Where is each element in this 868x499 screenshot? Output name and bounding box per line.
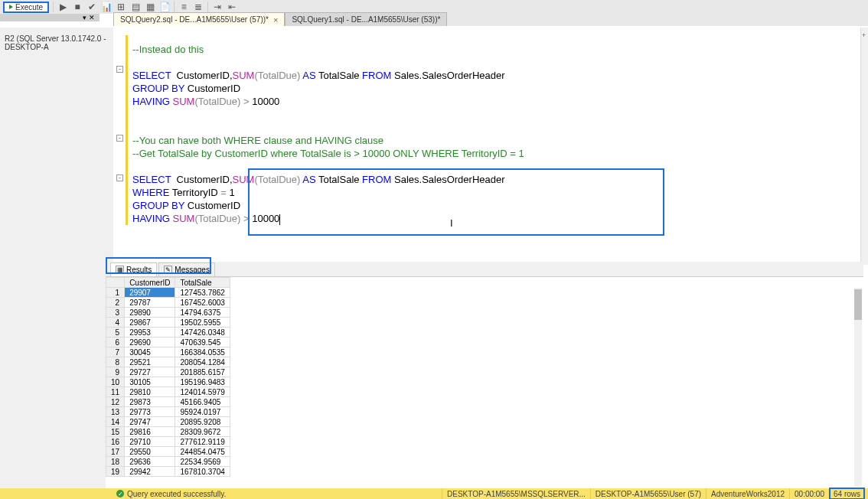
results-to-file-icon[interactable]: 📄 — [159, 2, 170, 12]
customerid-cell: 29747 — [125, 417, 175, 427]
customerid-cell: 29867 — [125, 318, 175, 328]
totalsale-cell: 195196.9483 — [175, 377, 230, 387]
txt: CustomerID, — [171, 70, 232, 81]
close-icon[interactable]: × — [273, 15, 278, 24]
fn: SUM — [173, 213, 195, 224]
totalsale-cell: 127453.7862 — [175, 288, 230, 298]
txt: TotalSale — [316, 174, 360, 185]
text-cursor — [279, 214, 280, 225]
table-row[interactable]: 142974720895.9208 — [106, 417, 230, 427]
debug-icon[interactable]: ▶ — [57, 2, 68, 12]
totalsale-cell: 167810.3704 — [175, 467, 230, 477]
totalsale-cell: 19502.5955 — [175, 318, 230, 328]
table-row[interactable]: 829521208054.1284 — [106, 357, 230, 367]
table-row[interactable]: 32989014794.6375 — [106, 308, 230, 318]
outdent-icon[interactable]: ⇤ — [227, 2, 237, 12]
customerid-cell: 29953 — [125, 328, 175, 338]
scroll-thumb[interactable] — [854, 289, 862, 320]
customerid-cell: 29521 — [125, 357, 175, 367]
ibeam-cursor-icon: I — [450, 217, 453, 230]
grid-scrollbar[interactable] — [854, 288, 862, 487]
options-icon[interactable]: ⊞ — [116, 2, 126, 12]
totalsale-cell: 20895.9208 — [175, 417, 230, 427]
table-row[interactable]: 1129810124014.5979 — [106, 387, 230, 397]
status-user: DESKTOP-A1M5655\User (57) — [590, 488, 706, 499]
totalsale-cell: 244854.0475 — [175, 447, 230, 457]
stop-icon[interactable]: ■ — [72, 2, 83, 12]
totalsale-cell: 95924.0197 — [175, 407, 230, 417]
kw: AS — [300, 174, 315, 185]
execute-button[interactable]: Execute — [3, 2, 49, 13]
col-totalsale[interactable]: TotalSale — [175, 278, 230, 288]
tab-sqlquery1[interactable]: SQLQuery1.sql - DE...A1M5655\User (53))* — [285, 12, 447, 26]
tab-messages-label: Messages — [175, 266, 210, 274]
separator — [174, 2, 175, 12]
table-row[interactable]: 1729550244854.0475 — [106, 447, 230, 457]
txt: (TotalDue) — [194, 213, 240, 224]
totalsale-cell: 470639.545 — [175, 338, 230, 347]
grid-icon: ▦ — [116, 266, 124, 274]
rownum-cell: 14 — [106, 417, 125, 427]
table-row[interactable]: 529953147426.0348 — [106, 328, 230, 338]
txt: (TotalDue) — [254, 70, 300, 81]
status-time: 00:00:00 — [789, 488, 829, 499]
parse-icon[interactable]: ✔ — [86, 2, 97, 12]
check-icon: ✓ — [116, 490, 124, 497]
totalsale-cell: 277612.9119 — [175, 437, 230, 447]
fold-icon[interactable]: - — [116, 66, 123, 73]
tab-results[interactable]: ▦ Results — [110, 263, 157, 276]
uncomment-icon[interactable]: ≣ — [193, 2, 204, 12]
tab-sqlquery2[interactable]: SQLQuery2.sql - DE...A1M5655\User (57))*… — [113, 12, 285, 26]
execute-label: Execute — [15, 3, 43, 11]
sql-editor[interactable]: - - - --Instead do this SELECT CustomerI… — [113, 28, 868, 265]
customerid-cell: 29550 — [125, 447, 175, 457]
rownum-cell: 15 — [106, 427, 125, 437]
table-row[interactable]: 229787167452.6003 — [106, 298, 230, 308]
customerid-cell: 30105 — [125, 377, 175, 387]
table-row[interactable]: 129907127453.7862 — [106, 288, 230, 298]
table-row[interactable]: 42986719502.5955 — [106, 318, 230, 328]
table-row[interactable]: 122987345166.9405 — [106, 397, 230, 407]
customerid-cell: 29816 — [125, 427, 175, 437]
table-row[interactable]: 132977395924.0197 — [106, 407, 230, 417]
txt: (TotalDue) — [194, 96, 240, 107]
fn: SUM — [173, 96, 195, 107]
tab-messages[interactable]: ✎ Messages — [158, 263, 215, 276]
indent-icon[interactable]: ⇥ — [212, 2, 223, 12]
kw: FROM — [360, 174, 392, 185]
object-explorer-header: ▾ ✕ — [0, 14, 100, 21]
table-row[interactable]: 730045166384.0535 — [106, 347, 230, 357]
kw: SELECT — [132, 174, 171, 185]
doc-tabstrip: SQLQuery2.sql - DE...A1M5655\User (57))*… — [113, 12, 868, 26]
server-node[interactable]: R2 (SQL Server 13.0.1742.0 - DESKTOP-A — [0, 34, 113, 52]
txt: 10000 — [252, 213, 279, 224]
op: = — [220, 187, 227, 198]
comment-icon[interactable]: ≡ — [178, 2, 189, 12]
rownum-cell: 19 — [106, 467, 125, 477]
estimated-plan-icon[interactable]: 📊 — [101, 2, 112, 12]
totalsale-cell: 166384.0535 — [175, 347, 230, 357]
table-row[interactable]: 152981628309.9672 — [106, 427, 230, 437]
col-customerid[interactable]: CustomerID — [125, 278, 175, 288]
table-row[interactable]: 929727201885.6157 — [106, 367, 230, 377]
fold-icon[interactable]: - — [116, 135, 123, 142]
status-server: DESKTOP-A1M5655\MSSQLSERVER... — [442, 488, 590, 499]
totalsale-cell: 124014.5979 — [175, 387, 230, 397]
tab-results-label: Results — [126, 266, 152, 274]
object-explorer[interactable]: R2 (SQL Server 13.0.1742.0 - DESKTOP-A — [0, 28, 113, 488]
table-row[interactable]: 629690470639.545 — [106, 338, 230, 347]
results-grid[interactable]: CustomerID TotalSale 129907127453.786222… — [106, 277, 863, 488]
kw: FROM — [360, 70, 392, 81]
pin-icon[interactable]: ▾ ✕ — [83, 14, 95, 21]
rownum-cell: 3 — [106, 308, 125, 318]
fold-icon[interactable]: - — [116, 174, 123, 181]
txt: Sales.SalesOrderHeader — [391, 174, 504, 185]
results-to-text-icon[interactable]: ▤ — [130, 2, 141, 12]
table-row[interactable]: 1929942167810.3704 — [106, 467, 230, 477]
rownum-cell: 13 — [106, 407, 125, 417]
table-row[interactable]: 1030105195196.9483 — [106, 377, 230, 387]
results-to-grid-icon[interactable]: ▦ — [145, 2, 155, 12]
table-row[interactable]: 182963622534.9569 — [106, 457, 230, 467]
vertical-scrollbar[interactable] — [860, 28, 868, 265]
table-row[interactable]: 1629710277612.9119 — [106, 437, 230, 447]
